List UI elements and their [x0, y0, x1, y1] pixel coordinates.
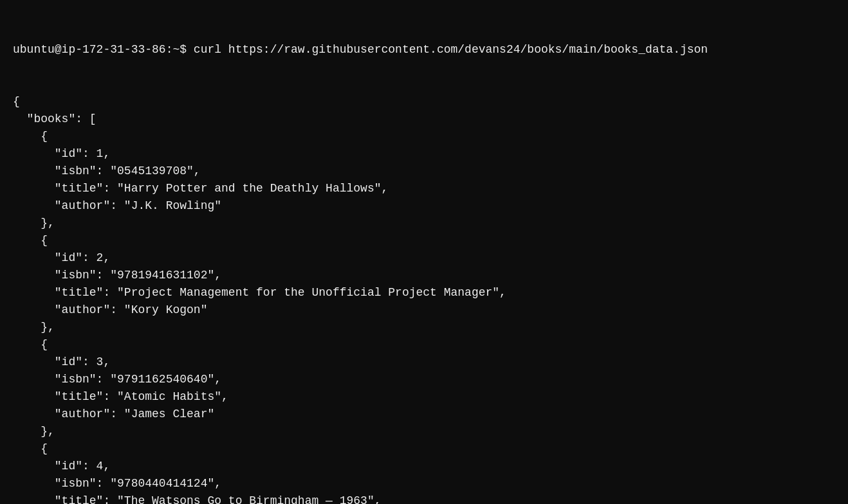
json-line: "id": 1,: [13, 145, 835, 163]
terminal-window: ubuntu@ip-172-31-33-86:~$ curl https://r…: [13, 6, 835, 504]
json-line: "books": [: [13, 111, 835, 128]
json-line: },: [13, 215, 835, 232]
json-line: {: [13, 336, 835, 354]
json-line: {: [13, 232, 835, 249]
json-line: "author": "Kory Kogon": [13, 302, 835, 319]
json-line: "id": 2,: [13, 249, 835, 267]
json-line: {: [13, 440, 835, 458]
json-line: "title": "Harry Potter and the Deathly H…: [13, 180, 835, 197]
json-line: "isbn": "9791162540640",: [13, 371, 835, 388]
json-line: },: [13, 319, 835, 336]
json-line: "isbn": "9780440414124",: [13, 475, 835, 492]
json-line: "title": "Project Management for the Uno…: [13, 284, 835, 302]
prompt-line: ubuntu@ip-172-31-33-86:~$ curl https://r…: [13, 41, 835, 59]
json-line: {: [13, 93, 835, 111]
json-line: "id": 4,: [13, 458, 835, 475]
json-line: "author": "J.K. Rowling": [13, 197, 835, 215]
json-line: "id": 3,: [13, 354, 835, 371]
json-output: { "books": [ { "id": 1, "isbn": "0545139…: [13, 93, 835, 504]
json-line: "author": "James Clear": [13, 406, 835, 423]
json-line: "title": "The Watsons Go to Birmingham —…: [13, 492, 835, 504]
json-line: {: [13, 128, 835, 145]
json-line: "isbn": "9781941631102",: [13, 267, 835, 284]
json-line: },: [13, 423, 835, 440]
json-line: "isbn": "0545139708",: [13, 163, 835, 180]
json-line: "title": "Atomic Habits",: [13, 388, 835, 406]
